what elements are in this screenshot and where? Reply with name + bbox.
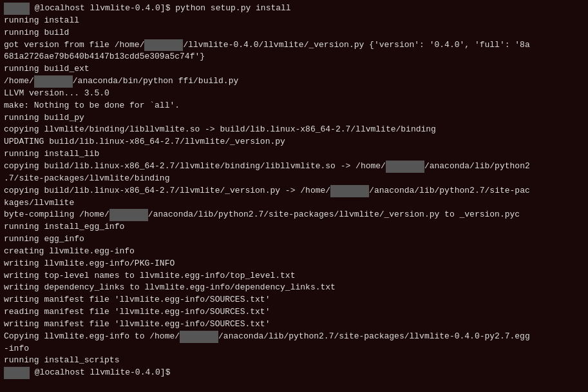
redacted-homedir-1 bbox=[144, 39, 183, 52]
terminal-line-30: running install_scripts bbox=[4, 355, 584, 367]
terminal-line-19: running install_egg_info bbox=[4, 221, 584, 233]
terminal-line-26: reading manifest file 'llvmlite.egg-info… bbox=[4, 306, 584, 318]
terminal-line-9: make: Nothing to be done for `all'. bbox=[4, 100, 584, 112]
terminal-window[interactable]: @localhost llvmlite-0.4.0]$ python setup… bbox=[0, 0, 588, 392]
terminal-line-10: running build_py bbox=[4, 112, 584, 124]
redacted-user-1 bbox=[4, 3, 30, 15]
terminal-line-8: LLVM version... 3.5.0 bbox=[4, 88, 584, 100]
terminal-line-3: running build bbox=[4, 27, 584, 39]
terminal-line-31: @localhost llvmlite-0.4.0]$ bbox=[4, 367, 584, 379]
redacted-homedir-5 bbox=[109, 209, 148, 221]
terminal-line-4: got version from file /home/ /llvmlite-0… bbox=[4, 39, 584, 52]
prompt-host-2: @localhost llvmlite-0.4.0]$ bbox=[30, 368, 170, 377]
terminal-line-11: copying llvmlite/binding/libllvmlite.so … bbox=[4, 124, 584, 136]
terminal-line-5: 681a2726ae79b640b4147b13cdd5e309a5c74f'} bbox=[4, 51, 584, 63]
terminal-line-21: creating llvmlite.egg-info bbox=[4, 246, 584, 258]
terminal-line-20: running egg_info bbox=[4, 233, 584, 246]
terminal-line-1: @localhost llvmlite-0.4.0]$ python setup… bbox=[4, 3, 584, 15]
redacted-homedir-4 bbox=[330, 185, 369, 197]
terminal-line-6: running build_ext bbox=[4, 63, 584, 75]
redacted-user-2 bbox=[4, 367, 30, 379]
terminal-line-25: writing manifest file 'llvmlite.egg-info… bbox=[4, 294, 584, 306]
redacted-homedir-3 bbox=[386, 161, 424, 173]
terminal-line-13: running install_lib bbox=[4, 148, 584, 161]
terminal-line-27: writing manifest file 'llvmlite.egg-info… bbox=[4, 318, 584, 331]
redacted-homedir-6 bbox=[180, 331, 218, 343]
terminal-line-24: writing dependency_links to llvmlite.egg… bbox=[4, 282, 584, 294]
terminal-line-15: .7/site-packages/llvmlite/binding bbox=[4, 173, 584, 185]
terminal-line-29: -info bbox=[4, 343, 584, 355]
redacted-homedir-2 bbox=[34, 75, 73, 88]
terminal-line-14: copying build/lib.linux-x86_64-2.7/llvml… bbox=[4, 161, 584, 173]
terminal-line-16: copying build/lib.linux-x86_64-2.7/llvml… bbox=[4, 185, 584, 197]
terminal-line-28: Copying llvmlite.egg-info to /home/ /ana… bbox=[4, 331, 584, 343]
terminal-line-2: running install bbox=[4, 15, 584, 27]
terminal-line-12: UPDATING build/lib.linux-x86_64-2.7/llvm… bbox=[4, 136, 584, 148]
terminal-line-7: /home/ /anaconda/bin/python ffi/build.py bbox=[4, 75, 584, 88]
prompt-host-1: @localhost llvmlite-0.4.0]$ python setup… bbox=[30, 3, 291, 13]
terminal-line-18: byte-compiling /home/ /anaconda/lib/pyth… bbox=[4, 209, 584, 221]
terminal-line-22: writing llvmlite.egg-info/PKG-INFO bbox=[4, 258, 584, 270]
terminal-line-23: writing top-level names to llvmlite.egg-… bbox=[4, 270, 584, 282]
terminal-line-17: kages/llvmlite bbox=[4, 197, 584, 210]
